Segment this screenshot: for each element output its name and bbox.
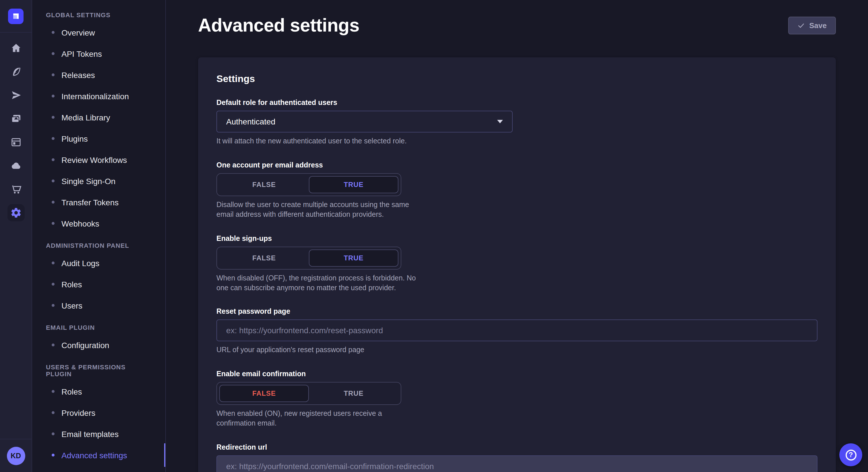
subnav-item-label: Transfer Tokens	[61, 198, 119, 207]
field-default-role: Default role for authenticated users Aut…	[216, 99, 817, 146]
rail-divider-bottom	[0, 439, 32, 439]
field-hint: When enabled (ON), new registered users …	[216, 409, 416, 429]
media-library-icon[interactable]	[0, 107, 32, 130]
chevron-down-icon	[497, 120, 503, 123]
subnav-item[interactable]: Releases	[32, 64, 165, 86]
bullet-icon	[52, 411, 55, 414]
bullet-icon	[52, 283, 55, 285]
field-enable-email-confirmation: Enable email confirmation FALSE TRUE Whe…	[216, 370, 817, 429]
field-hint: URL of your application's reset password…	[216, 345, 817, 355]
bullet-icon	[52, 390, 55, 393]
subnav-section-admin: ADMINISTRATION PANEL Audit Logs Roles	[32, 242, 165, 316]
bullet-icon	[52, 95, 55, 98]
field-label: Default role for authenticated users	[216, 99, 817, 107]
field-label: Reset password page	[216, 308, 817, 316]
field-one-account-per-email: One account per email address FALSE TRUE…	[216, 161, 817, 220]
default-role-select[interactable]: Authenticated	[216, 111, 513, 133]
subnav-section-users-permissions: USERS & PERMISSIONS PLUGIN Roles Provide…	[32, 364, 165, 466]
check-icon	[797, 22, 805, 29]
reset-password-input[interactable]	[216, 320, 817, 341]
app-root: KD GLOBAL SETTINGS Overview API Tokens	[0, 0, 868, 472]
subnav-item-label: Review Workflows	[61, 155, 127, 164]
bullet-icon	[52, 158, 55, 161]
subnav-item[interactable]: Providers	[32, 402, 165, 423]
redirection-url-input	[216, 456, 817, 472]
subnav-section-email: EMAIL PLUGIN Configuration	[32, 324, 165, 356]
user-avatar[interactable]: KD	[7, 447, 25, 465]
subnav-item[interactable]: Webhooks	[32, 213, 165, 234]
main-nav-rail: KD	[0, 0, 32, 472]
subnav-item[interactable]: Transfer Tokens	[32, 192, 165, 213]
page-title: Advanced settings	[198, 14, 360, 36]
field-reset-password-page: Reset password page URL of your applicat…	[216, 308, 817, 355]
section-header: GLOBAL SETTINGS	[46, 11, 152, 19]
toggle-option-true[interactable]: TRUE	[309, 249, 398, 266]
subnav-item-label: Overview	[61, 28, 95, 37]
subnav-item[interactable]: Plugins	[32, 128, 165, 149]
field-hint: When disabled (OFF), the registration pr…	[216, 273, 416, 293]
field-redirection-url: Redirection url	[216, 443, 817, 472]
subnav-item[interactable]: Internationalization	[32, 86, 165, 107]
settings-subnav: GLOBAL SETTINGS Overview API Tokens	[32, 0, 166, 472]
settings-card: Settings Default role for authenticated …	[198, 57, 836, 472]
subnav-item[interactable]: Single Sign-On	[32, 170, 165, 192]
subnav-item-label: Roles	[61, 279, 82, 289]
subnav-item[interactable]: Configuration	[32, 334, 165, 356]
bullet-icon	[52, 137, 55, 140]
help-button[interactable]: ?	[839, 443, 862, 466]
cart-icon[interactable]	[0, 177, 32, 201]
active-icon-tile	[7, 204, 25, 221]
subnav-item[interactable]: Roles	[32, 274, 165, 295]
question-mark-icon: ?	[845, 449, 856, 460]
subnav-item[interactable]: Advanced settings	[32, 444, 165, 466]
section-header: EMAIL PLUGIN	[46, 324, 152, 331]
toggle-option-false[interactable]: FALSE	[219, 176, 309, 193]
section-header: ADMINISTRATION PANEL	[46, 242, 152, 249]
subnav-item[interactable]: Overview	[32, 22, 165, 43]
toggle-option-false[interactable]: FALSE	[219, 385, 309, 402]
subnav-item[interactable]: Email templates	[32, 423, 165, 444]
subnav-item-label: Providers	[61, 408, 95, 417]
toggle-option-true[interactable]: TRUE	[309, 176, 398, 193]
bullet-icon	[52, 179, 55, 182]
home-icon[interactable]	[0, 36, 32, 60]
subnav-item[interactable]: Audit Logs	[32, 252, 165, 274]
subnav-item-label: Media Library	[61, 113, 110, 122]
subnav-item-label: Plugins	[61, 134, 88, 143]
paper-plane-icon[interactable]	[0, 83, 32, 107]
strapi-logo[interactable]	[8, 8, 24, 24]
one-account-toggle: FALSE TRUE	[216, 173, 401, 196]
settings-section-title: Settings	[216, 73, 817, 85]
subnav-item-label: Advanced settings	[61, 450, 127, 460]
field-label: Enable email confirmation	[216, 370, 817, 378]
subnav-item-label: Internationalization	[61, 92, 129, 101]
subnav-item[interactable]: Roles	[32, 381, 165, 402]
subnav-item-label: Releases	[61, 70, 95, 79]
toggle-option-false[interactable]: FALSE	[219, 249, 309, 266]
subnav-section-global: GLOBAL SETTINGS Overview API Tokens	[32, 11, 165, 234]
field-label: One account per email address	[216, 161, 817, 169]
subnav-item-label: API Tokens	[61, 49, 102, 58]
subnav-item[interactable]: Users	[32, 295, 165, 316]
layout-icon[interactable]	[0, 130, 32, 154]
subnav-item[interactable]: Media Library	[32, 107, 165, 128]
subnav-item-label: Configuration	[61, 340, 110, 349]
field-label: Enable sign-ups	[216, 234, 817, 242]
cloud-icon[interactable]	[0, 154, 32, 177]
field-enable-sign-ups: Enable sign-ups FALSE TRUE When disabled…	[216, 234, 817, 293]
main-content: Advanced settings Save Settings Default …	[166, 0, 868, 472]
subnav-item[interactable]: API Tokens	[32, 43, 165, 64]
bullet-icon	[52, 222, 55, 225]
bullet-icon	[52, 304, 55, 307]
strapi-logo-icon	[11, 12, 20, 20]
field-label: Redirection url	[216, 443, 817, 451]
toggle-option-true[interactable]: TRUE	[309, 385, 398, 402]
settings-gear-icon[interactable]	[0, 201, 32, 224]
save-button[interactable]: Save	[788, 16, 836, 34]
bullet-icon	[52, 262, 55, 264]
save-button-label: Save	[809, 21, 827, 30]
subnav-item-label: Audit Logs	[61, 258, 99, 268]
feather-icon[interactable]	[0, 60, 32, 83]
subnav-item-label: Roles	[61, 387, 82, 396]
subnav-item[interactable]: Review Workflows	[32, 149, 165, 170]
